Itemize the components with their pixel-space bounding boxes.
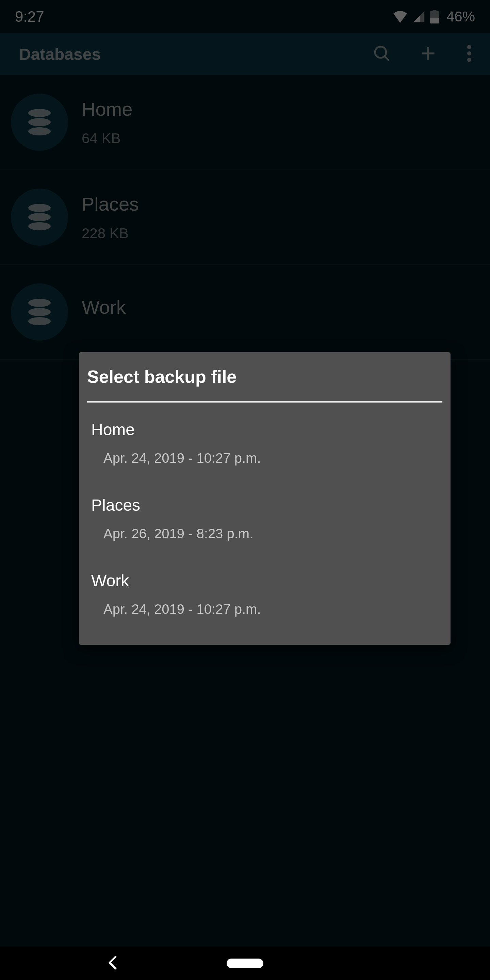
home-pill[interactable] bbox=[227, 959, 263, 968]
backup-file-item[interactable]: Places Apr. 26, 2019 - 8:23 p.m. bbox=[79, 481, 450, 556]
divider bbox=[87, 401, 442, 402]
select-backup-dialog: Select backup file Home Apr. 24, 2019 - … bbox=[79, 352, 450, 645]
backup-timestamp: Apr. 24, 2019 - 10:27 p.m. bbox=[91, 601, 438, 617]
navigation-bar bbox=[0, 947, 490, 980]
backup-name: Work bbox=[91, 571, 438, 590]
backup-file-item[interactable]: Home Apr. 24, 2019 - 10:27 p.m. bbox=[79, 405, 450, 481]
backup-name: Places bbox=[91, 496, 438, 514]
backup-timestamp: Apr. 24, 2019 - 10:27 p.m. bbox=[91, 450, 438, 466]
backup-file-item[interactable]: Work Apr. 24, 2019 - 10:27 p.m. bbox=[79, 556, 450, 632]
back-icon[interactable] bbox=[106, 956, 118, 971]
backup-name: Home bbox=[91, 420, 438, 439]
backup-timestamp: Apr. 26, 2019 - 8:23 p.m. bbox=[91, 526, 438, 541]
dialog-title: Select backup file bbox=[79, 352, 450, 401]
